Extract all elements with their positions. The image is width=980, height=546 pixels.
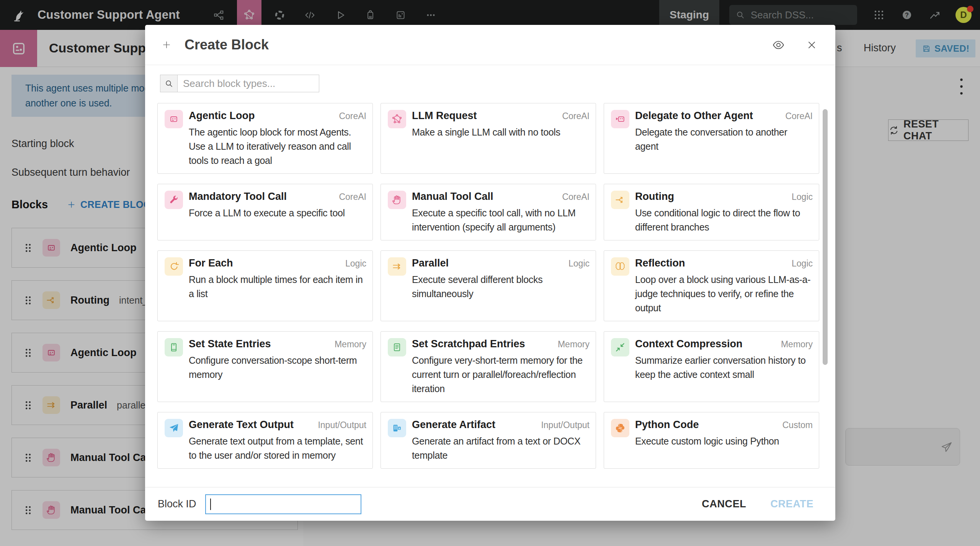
- cancel-button[interactable]: CANCEL: [702, 498, 746, 510]
- python-icon: [611, 419, 629, 437]
- modal-title: Create Block: [185, 37, 269, 53]
- block-id-label: Block ID: [158, 498, 196, 510]
- block-type-category: CoreAI: [782, 111, 813, 121]
- app-root: Customer Support Agent Staging ? D Custo…: [0, 0, 980, 546]
- network-icon: [388, 110, 406, 128]
- block-type-category: Memory: [332, 339, 366, 350]
- block-type-description: The agentic loop block for most Agents. …: [189, 125, 366, 168]
- routing-icon: [611, 191, 629, 209]
- block-type-card[interactable]: Generate Artifact Input/Output Generate …: [381, 412, 596, 469]
- modal-header: Create Block: [145, 25, 835, 65]
- compress-icon: [611, 338, 629, 356]
- block-type-category: Logic: [789, 258, 813, 269]
- block-type-title: Reflection: [635, 257, 685, 269]
- block-type-title: Generate Artifact: [412, 419, 495, 431]
- block-type-category: Custom: [779, 420, 813, 430]
- block-type-title: Mandatory Tool Call: [189, 191, 287, 203]
- block-type-title: Set Scratchpad Entries: [412, 338, 525, 350]
- block-type-title: Set State Entries: [189, 338, 271, 350]
- block-type-search-input[interactable]: [178, 75, 319, 92]
- block-type-card[interactable]: Reflection Logic Loop over a block using…: [604, 250, 819, 321]
- eye-icon[interactable]: [772, 38, 785, 52]
- block-type-title: Delegate to Other Agent: [635, 110, 753, 122]
- hand-icon: [388, 191, 406, 209]
- block-type-description: Run a block multiple times for each item…: [189, 273, 366, 301]
- block-type-card[interactable]: Set Scratchpad Entries Memory Configure …: [381, 331, 596, 402]
- wrench-icon: [165, 191, 183, 209]
- modal-scrollbar[interactable]: [823, 109, 828, 365]
- robot-icon: [165, 110, 183, 128]
- block-type-description: Generate text output from a template, se…: [189, 434, 366, 463]
- block-type-card[interactable]: Manual Tool Call CoreAI Execute a specif…: [381, 184, 596, 240]
- close-icon[interactable]: [806, 39, 818, 51]
- foreach-icon: [165, 257, 183, 276]
- plane-icon: [165, 419, 183, 437]
- block-type-description: Make a single LLM call with no tools: [412, 125, 590, 139]
- block-type-category: Logic: [789, 192, 813, 202]
- block-type-description: Force a LLM to execute a specific tool: [189, 206, 366, 220]
- block-type-title: For Each: [189, 257, 233, 269]
- block-type-card[interactable]: Generate Text Output Input/Output Genera…: [157, 412, 373, 469]
- book-icon: [165, 338, 183, 356]
- block-type-title: Context Compression: [635, 338, 743, 350]
- parallel-icon: [388, 257, 406, 276]
- block-type-card[interactable]: Mandatory Tool Call CoreAI Force a LLM t…: [157, 184, 373, 240]
- block-type-description: Loop over a block using various LLM-as-a…: [635, 273, 813, 315]
- block-type-description: Execute several different blocks simulta…: [412, 273, 590, 301]
- block-type-title: LLM Request: [412, 110, 477, 122]
- block-type-description: Delegate the conversation to another age…: [635, 125, 813, 154]
- block-type-description: Execute custom logic using Python: [635, 434, 813, 448]
- search-icon: [164, 79, 174, 88]
- block-type-title: Agentic Loop: [189, 110, 255, 122]
- block-type-search: [160, 75, 835, 92]
- block-type-description: Generate an artifact from a text or DOCX…: [412, 434, 590, 463]
- block-type-description: Configure conversation-scope short-term …: [189, 353, 366, 382]
- block-type-category: Memory: [555, 339, 590, 350]
- block-type-title: Parallel: [412, 257, 449, 269]
- block-type-title: Routing: [635, 191, 674, 203]
- block-type-grid: Agentic Loop CoreAI The agentic loop blo…: [157, 103, 820, 469]
- block-type-card[interactable]: Set State Entries Memory Configure conve…: [157, 331, 373, 402]
- block-type-category: Logic: [342, 258, 366, 269]
- block-type-title: Python Code: [635, 419, 699, 431]
- delegate-icon: [611, 110, 629, 128]
- block-type-description: Execute a specific tool call, with no LL…: [412, 206, 590, 234]
- block-type-title: Manual Tool Call: [412, 191, 493, 203]
- block-type-card[interactable]: Agentic Loop CoreAI The agentic loop blo…: [157, 103, 373, 174]
- block-type-category: Memory: [778, 339, 813, 350]
- text-caret: [210, 499, 211, 510]
- block-type-category: CoreAI: [336, 192, 366, 202]
- block-id-input[interactable]: [205, 494, 361, 514]
- block-type-card[interactable]: LLM Request CoreAI Make a single LLM cal…: [381, 103, 596, 174]
- block-type-description: Configure very-short-term memory for the…: [412, 353, 590, 396]
- block-type-card[interactable]: Delegate to Other Agent CoreAI Delegate …: [604, 103, 819, 174]
- block-type-card[interactable]: Python Code Custom Execute custom logic …: [604, 412, 819, 469]
- block-type-title: Generate Text Output: [189, 419, 294, 431]
- block-type-description: Use conditional logic to direct the flow…: [635, 206, 813, 234]
- plus-icon: [161, 39, 172, 51]
- block-type-card[interactable]: For Each Logic Run a block multiple time…: [157, 250, 373, 321]
- block-type-description: Summarize earlier conversation history t…: [635, 353, 813, 382]
- block-type-card[interactable]: Context Compression Memory Summarize ear…: [604, 331, 819, 402]
- search-icon-box: [160, 75, 178, 92]
- create-block-modal: Create Block Agentic Loop CoreAI The age…: [145, 25, 835, 521]
- scratchpad-icon: [388, 338, 406, 356]
- reflection-icon: [611, 257, 629, 276]
- block-type-category: Logic: [565, 258, 590, 269]
- artifact-icon: [388, 419, 406, 437]
- block-type-card[interactable]: Parallel Logic Execute several different…: [381, 250, 596, 321]
- modal-footer: Block ID CANCEL CREATE: [145, 487, 835, 521]
- block-type-card[interactable]: Routing Logic Use conditional logic to d…: [604, 184, 819, 240]
- block-type-category: Input/Output: [315, 420, 366, 430]
- block-type-category: CoreAI: [559, 111, 590, 121]
- create-button[interactable]: CREATE: [770, 498, 813, 510]
- block-type-category: CoreAI: [336, 111, 366, 121]
- block-type-category: CoreAI: [559, 192, 590, 202]
- block-type-category: Input/Output: [538, 420, 590, 430]
